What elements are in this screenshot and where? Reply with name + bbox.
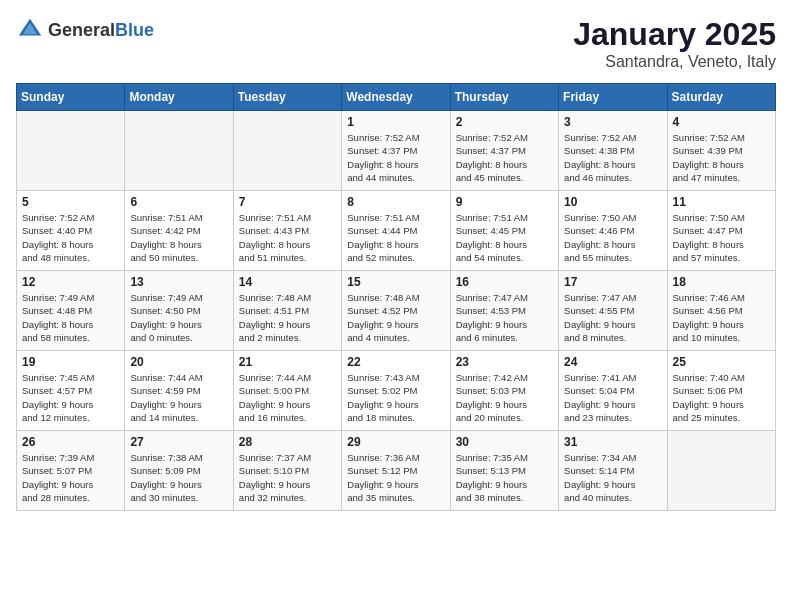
logo-text-blue: Blue: [115, 20, 154, 40]
calendar-cell: 31Sunrise: 7:34 AM Sunset: 5:14 PM Dayli…: [559, 431, 667, 511]
day-number: 31: [564, 435, 661, 449]
day-info: Sunrise: 7:34 AM Sunset: 5:14 PM Dayligh…: [564, 451, 661, 504]
day-info: Sunrise: 7:38 AM Sunset: 5:09 PM Dayligh…: [130, 451, 227, 504]
day-info: Sunrise: 7:46 AM Sunset: 4:56 PM Dayligh…: [673, 291, 770, 344]
calendar-week-1: 1Sunrise: 7:52 AM Sunset: 4:37 PM Daylig…: [17, 111, 776, 191]
day-info: Sunrise: 7:49 AM Sunset: 4:50 PM Dayligh…: [130, 291, 227, 344]
day-info: Sunrise: 7:36 AM Sunset: 5:12 PM Dayligh…: [347, 451, 444, 504]
day-number: 22: [347, 355, 444, 369]
logo: GeneralBlue: [16, 16, 154, 44]
day-number: 3: [564, 115, 661, 129]
day-info: Sunrise: 7:51 AM Sunset: 4:43 PM Dayligh…: [239, 211, 336, 264]
calendar-cell: 30Sunrise: 7:35 AM Sunset: 5:13 PM Dayli…: [450, 431, 558, 511]
day-number: 12: [22, 275, 119, 289]
header-thursday: Thursday: [450, 84, 558, 111]
day-number: 14: [239, 275, 336, 289]
day-number: 5: [22, 195, 119, 209]
day-number: 7: [239, 195, 336, 209]
header-wednesday: Wednesday: [342, 84, 450, 111]
page-header: GeneralBlue January 2025 Santandra, Vene…: [16, 16, 776, 71]
calendar-cell: 17Sunrise: 7:47 AM Sunset: 4:55 PM Dayli…: [559, 271, 667, 351]
location-title: Santandra, Veneto, Italy: [573, 53, 776, 71]
calendar-cell: 3Sunrise: 7:52 AM Sunset: 4:38 PM Daylig…: [559, 111, 667, 191]
calendar-week-4: 19Sunrise: 7:45 AM Sunset: 4:57 PM Dayli…: [17, 351, 776, 431]
day-info: Sunrise: 7:50 AM Sunset: 4:46 PM Dayligh…: [564, 211, 661, 264]
day-info: Sunrise: 7:52 AM Sunset: 4:39 PM Dayligh…: [673, 131, 770, 184]
day-info: Sunrise: 7:51 AM Sunset: 4:45 PM Dayligh…: [456, 211, 553, 264]
day-number: 23: [456, 355, 553, 369]
day-info: Sunrise: 7:43 AM Sunset: 5:02 PM Dayligh…: [347, 371, 444, 424]
day-info: Sunrise: 7:42 AM Sunset: 5:03 PM Dayligh…: [456, 371, 553, 424]
day-number: 16: [456, 275, 553, 289]
calendar-cell: 25Sunrise: 7:40 AM Sunset: 5:06 PM Dayli…: [667, 351, 775, 431]
day-number: 29: [347, 435, 444, 449]
day-number: 15: [347, 275, 444, 289]
calendar-week-2: 5Sunrise: 7:52 AM Sunset: 4:40 PM Daylig…: [17, 191, 776, 271]
day-number: 6: [130, 195, 227, 209]
day-number: 9: [456, 195, 553, 209]
day-number: 19: [22, 355, 119, 369]
day-number: 10: [564, 195, 661, 209]
calendar-cell: 14Sunrise: 7:48 AM Sunset: 4:51 PM Dayli…: [233, 271, 341, 351]
calendar-cell: 16Sunrise: 7:47 AM Sunset: 4:53 PM Dayli…: [450, 271, 558, 351]
day-info: Sunrise: 7:52 AM Sunset: 4:40 PM Dayligh…: [22, 211, 119, 264]
calendar-cell: 21Sunrise: 7:44 AM Sunset: 5:00 PM Dayli…: [233, 351, 341, 431]
calendar-cell: 22Sunrise: 7:43 AM Sunset: 5:02 PM Dayli…: [342, 351, 450, 431]
day-number: 8: [347, 195, 444, 209]
day-info: Sunrise: 7:35 AM Sunset: 5:13 PM Dayligh…: [456, 451, 553, 504]
day-info: Sunrise: 7:41 AM Sunset: 5:04 PM Dayligh…: [564, 371, 661, 424]
calendar-cell: 5Sunrise: 7:52 AM Sunset: 4:40 PM Daylig…: [17, 191, 125, 271]
day-info: Sunrise: 7:48 AM Sunset: 4:51 PM Dayligh…: [239, 291, 336, 344]
day-info: Sunrise: 7:52 AM Sunset: 4:37 PM Dayligh…: [347, 131, 444, 184]
day-number: 18: [673, 275, 770, 289]
day-number: 21: [239, 355, 336, 369]
title-block: January 2025 Santandra, Veneto, Italy: [573, 16, 776, 71]
calendar-cell: 1Sunrise: 7:52 AM Sunset: 4:37 PM Daylig…: [342, 111, 450, 191]
day-info: Sunrise: 7:44 AM Sunset: 5:00 PM Dayligh…: [239, 371, 336, 424]
day-number: 27: [130, 435, 227, 449]
calendar-cell: 29Sunrise: 7:36 AM Sunset: 5:12 PM Dayli…: [342, 431, 450, 511]
calendar-cell: 2Sunrise: 7:52 AM Sunset: 4:37 PM Daylig…: [450, 111, 558, 191]
logo-icon: [16, 16, 44, 44]
calendar-cell: 13Sunrise: 7:49 AM Sunset: 4:50 PM Dayli…: [125, 271, 233, 351]
day-info: Sunrise: 7:44 AM Sunset: 4:59 PM Dayligh…: [130, 371, 227, 424]
day-number: 11: [673, 195, 770, 209]
calendar-cell: 26Sunrise: 7:39 AM Sunset: 5:07 PM Dayli…: [17, 431, 125, 511]
calendar-table: SundayMondayTuesdayWednesdayThursdayFrid…: [16, 83, 776, 511]
calendar-cell: 19Sunrise: 7:45 AM Sunset: 4:57 PM Dayli…: [17, 351, 125, 431]
day-number: 24: [564, 355, 661, 369]
day-info: Sunrise: 7:47 AM Sunset: 4:53 PM Dayligh…: [456, 291, 553, 344]
calendar-cell: 28Sunrise: 7:37 AM Sunset: 5:10 PM Dayli…: [233, 431, 341, 511]
day-info: Sunrise: 7:52 AM Sunset: 4:38 PM Dayligh…: [564, 131, 661, 184]
calendar-cell: 20Sunrise: 7:44 AM Sunset: 4:59 PM Dayli…: [125, 351, 233, 431]
day-info: Sunrise: 7:47 AM Sunset: 4:55 PM Dayligh…: [564, 291, 661, 344]
day-number: 1: [347, 115, 444, 129]
calendar-week-5: 26Sunrise: 7:39 AM Sunset: 5:07 PM Dayli…: [17, 431, 776, 511]
day-number: 2: [456, 115, 553, 129]
calendar-week-3: 12Sunrise: 7:49 AM Sunset: 4:48 PM Dayli…: [17, 271, 776, 351]
day-number: 30: [456, 435, 553, 449]
calendar-cell: 27Sunrise: 7:38 AM Sunset: 5:09 PM Dayli…: [125, 431, 233, 511]
header-sunday: Sunday: [17, 84, 125, 111]
calendar-cell: 12Sunrise: 7:49 AM Sunset: 4:48 PM Dayli…: [17, 271, 125, 351]
day-info: Sunrise: 7:37 AM Sunset: 5:10 PM Dayligh…: [239, 451, 336, 504]
day-info: Sunrise: 7:48 AM Sunset: 4:52 PM Dayligh…: [347, 291, 444, 344]
calendar-cell: [17, 111, 125, 191]
calendar-cell: 15Sunrise: 7:48 AM Sunset: 4:52 PM Dayli…: [342, 271, 450, 351]
calendar-cell: 11Sunrise: 7:50 AM Sunset: 4:47 PM Dayli…: [667, 191, 775, 271]
day-info: Sunrise: 7:52 AM Sunset: 4:37 PM Dayligh…: [456, 131, 553, 184]
calendar-cell: [125, 111, 233, 191]
day-info: Sunrise: 7:49 AM Sunset: 4:48 PM Dayligh…: [22, 291, 119, 344]
day-number: 4: [673, 115, 770, 129]
calendar-cell: 8Sunrise: 7:51 AM Sunset: 4:44 PM Daylig…: [342, 191, 450, 271]
day-info: Sunrise: 7:50 AM Sunset: 4:47 PM Dayligh…: [673, 211, 770, 264]
calendar-cell: 4Sunrise: 7:52 AM Sunset: 4:39 PM Daylig…: [667, 111, 775, 191]
day-number: 20: [130, 355, 227, 369]
calendar-cell: 9Sunrise: 7:51 AM Sunset: 4:45 PM Daylig…: [450, 191, 558, 271]
header-friday: Friday: [559, 84, 667, 111]
calendar-cell: [667, 431, 775, 511]
day-number: 25: [673, 355, 770, 369]
header-saturday: Saturday: [667, 84, 775, 111]
calendar-cell: 6Sunrise: 7:51 AM Sunset: 4:42 PM Daylig…: [125, 191, 233, 271]
calendar-cell: 10Sunrise: 7:50 AM Sunset: 4:46 PM Dayli…: [559, 191, 667, 271]
